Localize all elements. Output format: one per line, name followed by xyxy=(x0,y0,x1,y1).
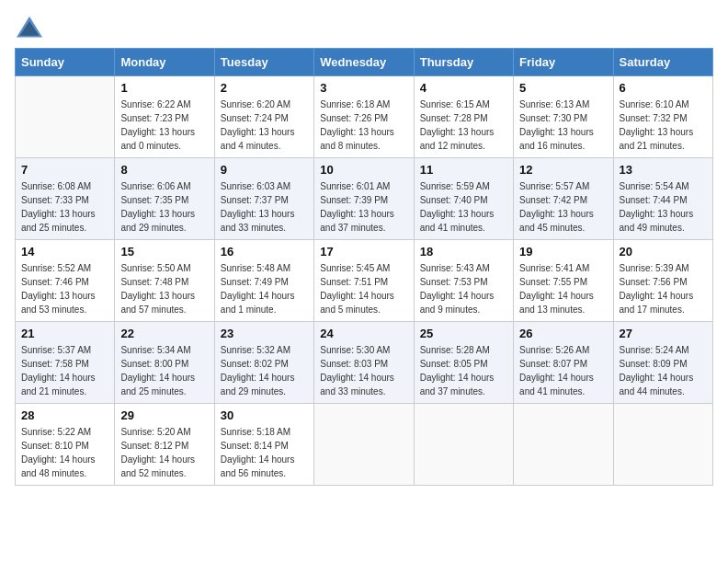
day-info: Sunrise: 5:45 AMSunset: 7:51 PMDaylight:… xyxy=(320,261,407,316)
day-info: Sunrise: 5:22 AMSunset: 8:10 PMDaylight:… xyxy=(21,425,108,480)
calendar-cell: 15Sunrise: 5:50 AMSunset: 7:48 PMDayligh… xyxy=(115,240,214,322)
day-info: Sunrise: 5:20 AMSunset: 8:12 PMDaylight:… xyxy=(120,425,208,480)
calendar-cell: 27Sunrise: 5:24 AMSunset: 8:09 PMDayligh… xyxy=(613,322,712,404)
day-number: 21 xyxy=(21,327,108,340)
calendar-cell: 12Sunrise: 5:57 AMSunset: 7:42 PMDayligh… xyxy=(514,158,613,240)
day-number: 29 xyxy=(120,408,208,422)
calendar-cell: 7Sunrise: 6:08 AMSunset: 7:33 PMDaylight… xyxy=(16,158,115,240)
day-number: 3 xyxy=(320,81,407,95)
header-thursday: Thursday xyxy=(414,49,513,76)
calendar-cell: 19Sunrise: 5:41 AMSunset: 7:55 PMDayligh… xyxy=(514,240,613,322)
day-number: 26 xyxy=(519,327,607,340)
day-info: Sunrise: 6:18 AMSunset: 7:26 PMDaylight:… xyxy=(320,98,407,153)
calendar-cell: 10Sunrise: 6:01 AMSunset: 7:39 PMDayligh… xyxy=(314,158,414,240)
day-info: Sunrise: 6:10 AMSunset: 7:32 PMDaylight:… xyxy=(620,98,707,153)
calendar-cell xyxy=(314,404,414,486)
day-number: 8 xyxy=(120,163,208,177)
day-number: 5 xyxy=(519,81,607,95)
calendar-week-row: 7Sunrise: 6:08 AMSunset: 7:33 PMDaylight… xyxy=(16,158,713,240)
day-number: 9 xyxy=(221,163,308,177)
calendar-header-row: SundayMondayTuesdayWednesdayThursdayFrid… xyxy=(16,49,713,76)
day-info: Sunrise: 6:15 AMSunset: 7:28 PMDaylight:… xyxy=(420,98,507,153)
calendar-cell xyxy=(613,404,712,486)
day-info: Sunrise: 5:50 AMSunset: 7:48 PMDaylight:… xyxy=(120,261,208,316)
day-number: 11 xyxy=(420,163,507,177)
day-info: Sunrise: 5:48 AMSunset: 7:49 PMDaylight:… xyxy=(221,261,308,316)
day-number: 10 xyxy=(320,163,407,177)
calendar-cell: 16Sunrise: 5:48 AMSunset: 7:49 PMDayligh… xyxy=(214,240,313,322)
day-number: 7 xyxy=(21,163,108,177)
day-info: Sunrise: 5:24 AMSunset: 8:09 PMDaylight:… xyxy=(620,343,707,398)
calendar-cell: 18Sunrise: 5:43 AMSunset: 7:53 PMDayligh… xyxy=(414,240,513,322)
calendar-cell: 17Sunrise: 5:45 AMSunset: 7:51 PMDayligh… xyxy=(314,240,414,322)
day-number: 24 xyxy=(320,327,407,340)
calendar-cell: 25Sunrise: 5:28 AMSunset: 8:05 PMDayligh… xyxy=(414,322,513,404)
calendar-cell: 21Sunrise: 5:37 AMSunset: 7:58 PMDayligh… xyxy=(16,322,115,404)
day-number: 6 xyxy=(620,81,707,95)
day-number: 25 xyxy=(420,327,507,340)
calendar-cell: 26Sunrise: 5:26 AMSunset: 8:07 PMDayligh… xyxy=(514,322,613,404)
day-number: 16 xyxy=(221,245,308,259)
header-monday: Monday xyxy=(115,49,214,76)
calendar-table: SundayMondayTuesdayWednesdayThursdayFrid… xyxy=(15,48,713,486)
calendar-cell: 2Sunrise: 6:20 AMSunset: 7:24 PMDaylight… xyxy=(214,76,313,158)
day-info: Sunrise: 5:34 AMSunset: 8:00 PMDaylight:… xyxy=(120,343,208,398)
calendar-week-row: 28Sunrise: 5:22 AMSunset: 8:10 PMDayligh… xyxy=(16,404,713,486)
calendar-cell: 6Sunrise: 6:10 AMSunset: 7:32 PMDaylight… xyxy=(613,76,712,158)
calendar-cell: 24Sunrise: 5:30 AMSunset: 8:03 PMDayligh… xyxy=(314,322,414,404)
header-tuesday: Tuesday xyxy=(214,49,313,76)
day-info: Sunrise: 5:37 AMSunset: 7:58 PMDaylight:… xyxy=(21,343,108,398)
day-info: Sunrise: 6:22 AMSunset: 7:23 PMDaylight:… xyxy=(120,98,208,153)
day-info: Sunrise: 5:57 AMSunset: 7:42 PMDaylight:… xyxy=(519,179,607,235)
day-info: Sunrise: 6:03 AMSunset: 7:37 PMDaylight:… xyxy=(221,179,308,235)
calendar-cell: 20Sunrise: 5:39 AMSunset: 7:56 PMDayligh… xyxy=(613,240,712,322)
day-number: 2 xyxy=(221,81,308,95)
calendar-cell xyxy=(414,404,513,486)
calendar-cell xyxy=(514,404,613,486)
calendar-cell: 1Sunrise: 6:22 AMSunset: 7:23 PMDaylight… xyxy=(115,76,214,158)
day-number: 22 xyxy=(120,327,208,340)
calendar-cell: 23Sunrise: 5:32 AMSunset: 8:02 PMDayligh… xyxy=(214,322,313,404)
day-number: 23 xyxy=(221,327,308,340)
calendar-cell: 14Sunrise: 5:52 AMSunset: 7:46 PMDayligh… xyxy=(16,240,115,322)
day-info: Sunrise: 5:54 AMSunset: 7:44 PMDaylight:… xyxy=(620,179,707,235)
day-number: 17 xyxy=(320,245,407,259)
header-wednesday: Wednesday xyxy=(314,49,414,76)
calendar-week-row: 21Sunrise: 5:37 AMSunset: 7:58 PMDayligh… xyxy=(16,322,713,404)
day-info: Sunrise: 5:41 AMSunset: 7:55 PMDaylight:… xyxy=(519,261,607,316)
calendar-cell: 22Sunrise: 5:34 AMSunset: 8:00 PMDayligh… xyxy=(115,322,214,404)
day-info: Sunrise: 5:28 AMSunset: 8:05 PMDaylight:… xyxy=(420,343,507,398)
calendar-cell: 28Sunrise: 5:22 AMSunset: 8:10 PMDayligh… xyxy=(16,404,115,486)
logo-icon xyxy=(15,15,44,40)
header-friday: Friday xyxy=(514,49,613,76)
calendar-week-row: 1Sunrise: 6:22 AMSunset: 7:23 PMDaylight… xyxy=(16,76,713,158)
header-saturday: Saturday xyxy=(613,49,712,76)
page-header xyxy=(15,15,713,40)
day-number: 1 xyxy=(120,81,208,95)
calendar-cell xyxy=(16,76,115,158)
day-info: Sunrise: 6:20 AMSunset: 7:24 PMDaylight:… xyxy=(221,98,308,153)
calendar-cell: 30Sunrise: 5:18 AMSunset: 8:14 PMDayligh… xyxy=(214,404,313,486)
calendar-cell: 29Sunrise: 5:20 AMSunset: 8:12 PMDayligh… xyxy=(115,404,214,486)
day-number: 28 xyxy=(21,408,108,422)
day-number: 12 xyxy=(519,163,607,177)
day-info: Sunrise: 5:43 AMSunset: 7:53 PMDaylight:… xyxy=(420,261,507,316)
day-info: Sunrise: 6:13 AMSunset: 7:30 PMDaylight:… xyxy=(519,98,607,153)
day-number: 30 xyxy=(221,408,308,422)
day-number: 19 xyxy=(519,245,607,259)
day-number: 20 xyxy=(620,245,707,259)
day-info: Sunrise: 6:06 AMSunset: 7:35 PMDaylight:… xyxy=(120,179,208,235)
day-number: 13 xyxy=(620,163,707,177)
calendar-cell: 4Sunrise: 6:15 AMSunset: 7:28 PMDaylight… xyxy=(414,76,513,158)
day-info: Sunrise: 5:52 AMSunset: 7:46 PMDaylight:… xyxy=(21,261,108,316)
day-info: Sunrise: 6:08 AMSunset: 7:33 PMDaylight:… xyxy=(21,179,108,235)
calendar-week-row: 14Sunrise: 5:52 AMSunset: 7:46 PMDayligh… xyxy=(16,240,713,322)
calendar-cell: 13Sunrise: 5:54 AMSunset: 7:44 PMDayligh… xyxy=(613,158,712,240)
day-info: Sunrise: 5:59 AMSunset: 7:40 PMDaylight:… xyxy=(420,179,507,235)
day-info: Sunrise: 5:39 AMSunset: 7:56 PMDaylight:… xyxy=(620,261,707,316)
day-number: 15 xyxy=(120,245,208,259)
day-number: 18 xyxy=(420,245,507,259)
day-number: 27 xyxy=(620,327,707,340)
calendar-cell: 8Sunrise: 6:06 AMSunset: 7:35 PMDaylight… xyxy=(115,158,214,240)
day-info: Sunrise: 5:18 AMSunset: 8:14 PMDaylight:… xyxy=(221,425,308,480)
